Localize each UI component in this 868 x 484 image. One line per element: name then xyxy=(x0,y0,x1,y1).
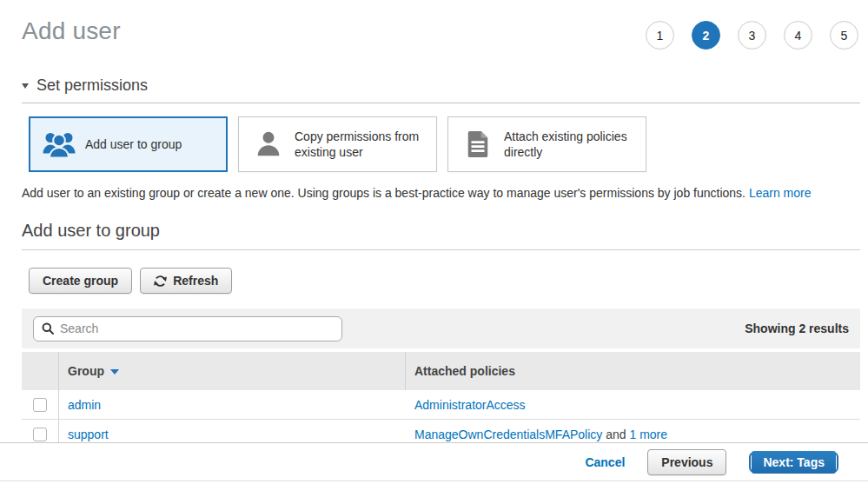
create-group-button[interactable]: Create group xyxy=(29,268,132,294)
table-toolbar: Showing 2 results xyxy=(22,308,860,348)
divider xyxy=(22,103,860,103)
header-checkbox-cell xyxy=(22,352,59,390)
learn-more-link[interactable]: Learn more xyxy=(749,186,812,200)
policy-link[interactable]: ManageOwnCredentialsMFAPolicy xyxy=(414,428,602,441)
groups-table: Showing 2 results Group Attached policie… xyxy=(22,308,860,449)
page-title: Add user xyxy=(22,17,121,45)
step-indicator: 1 2 3 4 5 xyxy=(646,21,858,50)
page-header: Add user 1 2 3 4 5 xyxy=(22,17,860,50)
step-5: 5 xyxy=(830,21,858,50)
user-icon xyxy=(251,131,286,157)
card-label: Attach existing policies directly xyxy=(504,129,639,160)
step-3: 3 xyxy=(738,21,766,50)
card-label: Add user to group xyxy=(85,136,182,152)
previous-button[interactable]: Previous xyxy=(647,449,726,475)
permission-option-cards: Add user to group Copy permissions from … xyxy=(29,116,860,172)
group-link[interactable]: support xyxy=(68,428,109,441)
group-section-heading: Add user to group xyxy=(22,221,860,241)
column-header-group[interactable]: Group xyxy=(59,352,406,390)
more-policies-link[interactable]: 1 more xyxy=(629,428,667,441)
table-row-admin: admin AdministratorAccess xyxy=(22,390,860,420)
search-icon xyxy=(42,322,54,335)
group-link[interactable]: admin xyxy=(68,398,101,412)
step-2-active: 2 xyxy=(692,21,720,50)
column-label: Attached policies xyxy=(414,364,515,378)
table-header: Group Attached policies xyxy=(22,352,860,390)
card-attach-policies[interactable]: Attach existing policies directly xyxy=(447,116,646,172)
users-group-icon xyxy=(42,130,76,158)
policy-link[interactable]: AdministratorAccess xyxy=(414,398,526,412)
card-label: Copy permissions from existing user xyxy=(295,129,429,160)
step-4: 4 xyxy=(784,21,812,50)
cancel-button[interactable]: Cancel xyxy=(585,455,625,469)
refresh-label: Refresh xyxy=(173,274,218,288)
section-title: Set permissions xyxy=(36,76,148,95)
collapse-arrow-icon xyxy=(22,83,29,89)
card-add-user-to-group[interactable]: Add user to group xyxy=(29,116,228,172)
next-tags-button[interactable]: Next: Tags xyxy=(749,452,838,473)
results-count: Showing 2 results xyxy=(745,322,849,335)
card-copy-permissions[interactable]: Copy permissions from existing user xyxy=(238,116,437,172)
refresh-button[interactable]: Refresh xyxy=(140,268,232,294)
column-header-attached-policies: Attached policies xyxy=(406,352,860,390)
document-icon xyxy=(461,131,495,157)
wizard-footer: Cancel Previous Next: Tags xyxy=(0,442,868,481)
group-actions: Create group Refresh xyxy=(29,268,860,294)
section-description: Add user to an existing group or create … xyxy=(22,186,860,200)
row-checkbox[interactable] xyxy=(33,428,47,441)
add-user-page: Add user 1 2 3 4 5 Set permissions xyxy=(0,0,868,484)
set-permissions-section-toggle[interactable]: Set permissions xyxy=(22,76,860,95)
refresh-icon xyxy=(154,275,167,288)
column-label: Group xyxy=(68,364,104,378)
and-text: and xyxy=(602,428,629,441)
row-checkbox[interactable] xyxy=(33,398,47,412)
next-tags-label: Next: Tags xyxy=(752,451,836,474)
step-1: 1 xyxy=(646,21,674,50)
sort-desc-icon xyxy=(110,369,119,375)
divider xyxy=(22,249,860,250)
description-text: Add user to an existing group or create … xyxy=(22,186,745,200)
search-box[interactable] xyxy=(33,316,342,341)
search-input[interactable] xyxy=(60,322,334,335)
